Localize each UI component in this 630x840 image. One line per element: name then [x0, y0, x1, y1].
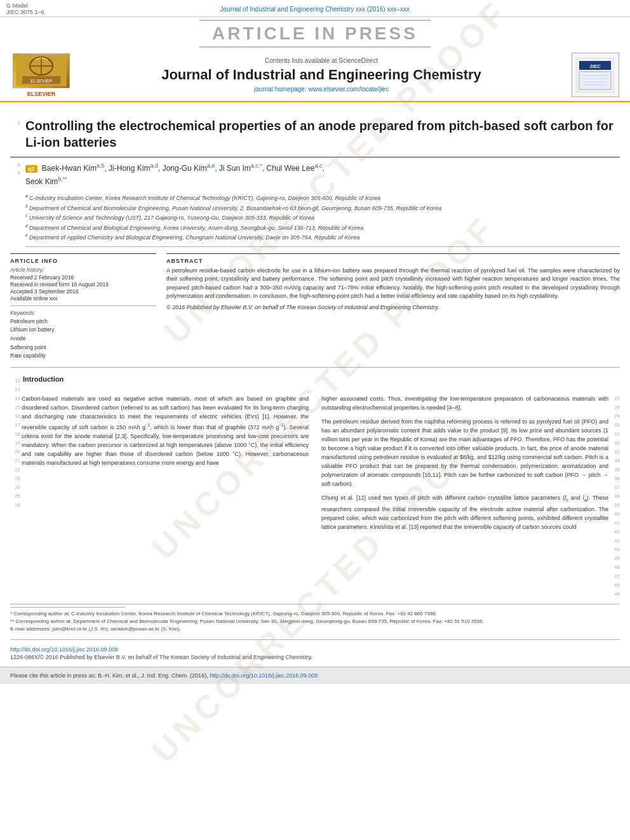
top-bar: G Model JIEC 3075 1–6 Journal of Industr… [0, 0, 630, 17]
authors-section: 4 5 q1 Baek-Hwan Kima,b, Ji-Hong Kima,d,… [10, 157, 620, 190]
aip-banner: ARTICLE IN PRESS [0, 17, 630, 49]
keyword-4: Softening point [10, 343, 156, 352]
body-col-right: higher associated costs. Thus, investiga… [321, 394, 608, 599]
affil-e: e Department of Applied Chemistry and Bi… [25, 232, 620, 243]
intro-para-3: The petroleum residue derived from the n… [321, 417, 608, 488]
affiliations-text: a C-Industry Incubation Center, Korea Re… [25, 190, 620, 247]
intro-para-1: Carbon-based materials are used as negat… [22, 394, 309, 467]
elsevier-graphic: ELSEVIER [13, 53, 70, 88]
affil-b: b Department of Chemical and Biomolecula… [25, 203, 620, 213]
svg-text:JIEC: JIEC [589, 63, 601, 69]
intro-line-nums-header: 12 13 Introduction [10, 375, 620, 394]
article-info-col: ARTICLE INFO Article history: Received 2… [10, 253, 156, 361]
author-name-5: Chul Wee Lee [267, 164, 315, 173]
keyword-1: Petroleum pitch [10, 317, 156, 326]
left-line-numbers: 14151617181920212223242526 [10, 394, 20, 599]
body-left-with-nums: 14151617181920212223242526 Carbon-based … [10, 394, 309, 599]
journal-logo-left: ELSEVIER ELSEVIER [6, 53, 76, 97]
page: G Model JIEC 3075 1–6 Journal of Industr… [0, 0, 630, 840]
gmodel-label: G Model JIEC 3075 1–6 [6, 3, 44, 15]
journal-link[interactable]: Journal of Industrial and Engineering Ch… [220, 6, 410, 13]
abstract-text: A petroleum residue-based carbon electro… [166, 267, 620, 312]
footnote-email: E-mail addresses: jsim@krict.re.kr (J.S.… [10, 625, 620, 633]
doi-link-row: http://dx.doi.org/10.1016/j.jiec.2016.09… [10, 643, 620, 654]
ln-12: 12 [10, 377, 20, 385]
issn-text: 1226-086X/© 2016 Published by Elsevier B… [10, 654, 620, 660]
journal-header: ELSEVIER ELSEVIER Contents lists availab… [0, 49, 630, 102]
homepage-link[interactable]: www.elsevier.com/locate/jiec [308, 86, 389, 93]
affiliations-block: a C-Industry Incubation Center, Korea Re… [10, 190, 620, 247]
author-name-4: Ji Sun Im [219, 164, 251, 173]
abstract-col: ABSTRACT A petroleum residue-based carbo… [166, 253, 620, 361]
content: 1 Controlling the electrochemical proper… [0, 102, 630, 660]
citation-text: Please cite this article in press as: B.… [10, 672, 208, 679]
intro-title: Introduction [23, 375, 607, 383]
received-revised-date: Received in revised form 16 August 2016 [10, 281, 156, 288]
q1-badge: q1 [25, 165, 37, 173]
keyword-2: Lithium ion battery [10, 326, 156, 335]
abstract-box: ABSTRACT A petroleum residue-based carbo… [166, 253, 620, 312]
article-title: Controlling the electrochemical properti… [25, 117, 620, 150]
svg-text:ELSEVIER: ELSEVIER [30, 79, 52, 83]
author-name-1: Baek-Hwan Kim [42, 164, 97, 173]
abstract-copyright: © 2016 Published by Elsevier B.V. on beh… [166, 303, 620, 312]
history-label: Article history: [10, 267, 156, 273]
citation-link[interactable]: http://dx.doi.org/10.1016/j.jiec.2016.09… [210, 672, 318, 679]
author-name-2: Ji-Hong Kim [109, 164, 150, 173]
article-info-box: ARTICLE INFO Article history: Received 2… [10, 253, 156, 361]
footnotes-section: * Corresponding author at: C-Industry In… [10, 604, 620, 633]
citation-bar: Please cite this article in press as: B.… [0, 667, 630, 684]
keyword-5: Rate capability [10, 352, 156, 361]
body-right-with-nums: higher associated costs. Thus, investiga… [321, 394, 620, 599]
abstract-header: ABSTRACT [166, 258, 620, 264]
author-name-3: Jong-Gu Kim [163, 164, 207, 173]
body-two-col: 14151617181920212223242526 Carbon-based … [10, 394, 620, 599]
keyword-3: Anode [10, 335, 156, 343]
keywords-list: Petroleum pitch Lithium ion battery Anod… [10, 317, 156, 361]
sciencedirect-label: Contents lists available at ScienceDirec… [76, 57, 566, 64]
journal-main-title: Journal of Industrial and Engineering Ch… [76, 67, 566, 83]
article-title-section: 1 Controlling the electrochemical proper… [10, 107, 620, 157]
line-num-5: 5 [18, 170, 20, 178]
journal-title-center: Contents lists available at ScienceDirec… [76, 57, 566, 93]
line-num-4: 4 [18, 161, 20, 170]
affil-c: c University of Science and Technology (… [25, 213, 620, 223]
accepted-date: Accepted 3 September 2016 [10, 288, 156, 295]
svg-rect-9 [579, 72, 611, 90]
info-abstract-cols: ARTICLE INFO Article history: Received 2… [10, 247, 620, 361]
keywords-label: Keywords: [10, 310, 156, 316]
available-date: Available online xxx [10, 295, 156, 302]
author-name-6: Seok Kim [25, 177, 58, 186]
affil-a: a C-Industry Incubation Center, Korea Re… [25, 193, 620, 203]
info-divider [10, 305, 156, 306]
body-col-left: Carbon-based materials are used as negat… [22, 394, 309, 599]
footnote-2: ** Corresponding author at: Department o… [10, 618, 620, 625]
doi-section: http://dx.doi.org/10.1016/j.jiec.2016.09… [10, 639, 620, 660]
intro-para-4: Chung et al. [12] used two types of pitc… [321, 493, 608, 531]
doi-link[interactable]: http://dx.doi.org/10.1016/j.jiec.2016.09… [10, 646, 118, 653]
journal-logo-right: JIEC [566, 53, 624, 97]
footnote-1: * Corresponding author at: C-Industry In… [10, 610, 620, 618]
body-section: 12 13 Introduction 141516171819202122232… [10, 367, 620, 660]
line-num-1: 1 [18, 120, 20, 126]
received-date: Received 2 February 2016 [10, 274, 156, 281]
elsevier-logo: ELSEVIER [27, 91, 56, 97]
right-line-numbers: 2728293031323334353637383940414243444546… [610, 394, 620, 599]
journal-homepage: journal homepage: www.elsevier.com/locat… [76, 86, 566, 93]
right-logo-box: JIEC [572, 53, 619, 97]
article-info-header: ARTICLE INFO [10, 258, 156, 264]
intro-para-2: higher associated costs. Thus, investiga… [321, 394, 608, 412]
affil-d: d Department of Chemical and Biological … [25, 223, 620, 233]
ln-13: 13 [10, 385, 20, 394]
